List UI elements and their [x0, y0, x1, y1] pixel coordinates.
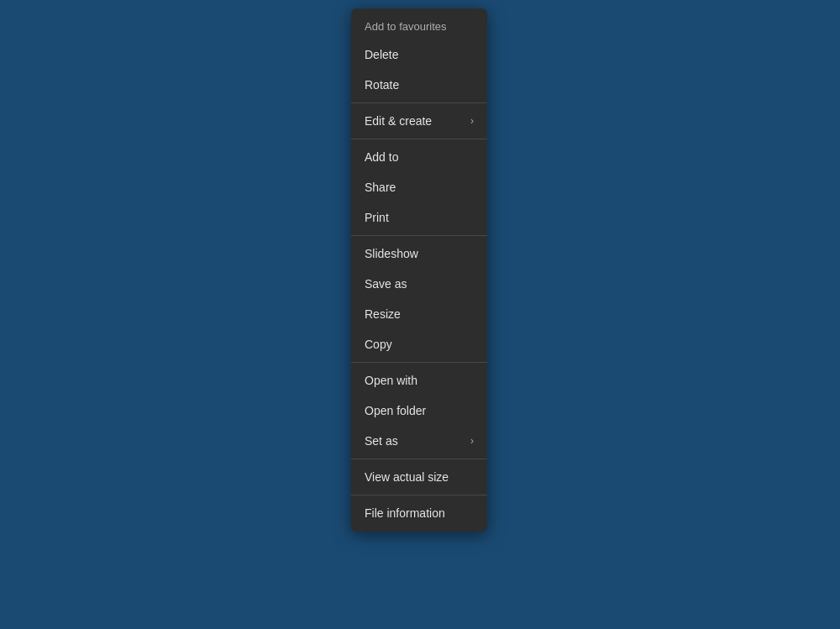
menu-item-label-file-information: File information [365, 506, 445, 520]
menu-item-label-rotate: Rotate [365, 78, 399, 92]
menu-item-label-add-to-favourites: Add to favourites [365, 20, 447, 33]
menu-item-label-share: Share [365, 181, 396, 194]
context-menu: Add to favouritesDeleteRotateEdit & crea… [351, 8, 487, 532]
menu-item-save-as[interactable]: Save as [351, 269, 487, 299]
menu-item-label-edit-create: Edit & create [365, 114, 432, 128]
chevron-icon-edit-create: › [470, 115, 474, 127]
divider-divider-1 [351, 102, 487, 103]
menu-item-file-information[interactable]: File information [351, 498, 487, 528]
menu-item-label-delete: Delete [365, 48, 398, 61]
menu-item-add-to-favourites[interactable]: Add to favourites [351, 12, 487, 39]
divider-divider-4 [351, 362, 487, 363]
divider-divider-6 [351, 495, 487, 495]
menu-item-label-add-to: Add to [365, 150, 398, 164]
menu-item-label-resize: Resize [365, 307, 401, 321]
menu-item-label-save-as: Save as [365, 277, 407, 291]
menu-item-label-set-as: Set as [365, 434, 398, 448]
menu-item-label-open-with: Open with [365, 374, 417, 387]
menu-item-edit-create[interactable]: Edit & create› [351, 106, 487, 136]
menu-item-label-open-folder: Open folder [365, 404, 426, 417]
menu-item-add-to[interactable]: Add to [351, 142, 487, 172]
menu-item-rotate[interactable]: Rotate [351, 70, 487, 100]
menu-item-view-actual-size[interactable]: View actual size [351, 462, 487, 492]
menu-item-slideshow[interactable]: Slideshow [351, 238, 487, 269]
menu-item-set-as[interactable]: Set as› [351, 426, 487, 456]
chevron-icon-set-as: › [470, 435, 474, 447]
menu-item-label-print: Print [365, 211, 389, 224]
menu-item-label-view-actual-size: View actual size [365, 470, 449, 484]
divider-divider-5 [351, 459, 487, 459]
divider-divider-2 [351, 139, 487, 139]
divider-divider-3 [351, 235, 487, 236]
menu-item-resize[interactable]: Resize [351, 299, 487, 329]
menu-item-open-folder[interactable]: Open folder [351, 396, 487, 426]
menu-item-copy[interactable]: Copy [351, 329, 487, 359]
menu-item-print[interactable]: Print [351, 202, 487, 233]
menu-item-share[interactable]: Share [351, 172, 487, 202]
menu-item-label-copy: Copy [365, 338, 392, 351]
menu-item-delete[interactable]: Delete [351, 39, 487, 70]
menu-item-label-slideshow: Slideshow [365, 247, 418, 260]
menu-item-open-with[interactable]: Open with [351, 365, 487, 396]
